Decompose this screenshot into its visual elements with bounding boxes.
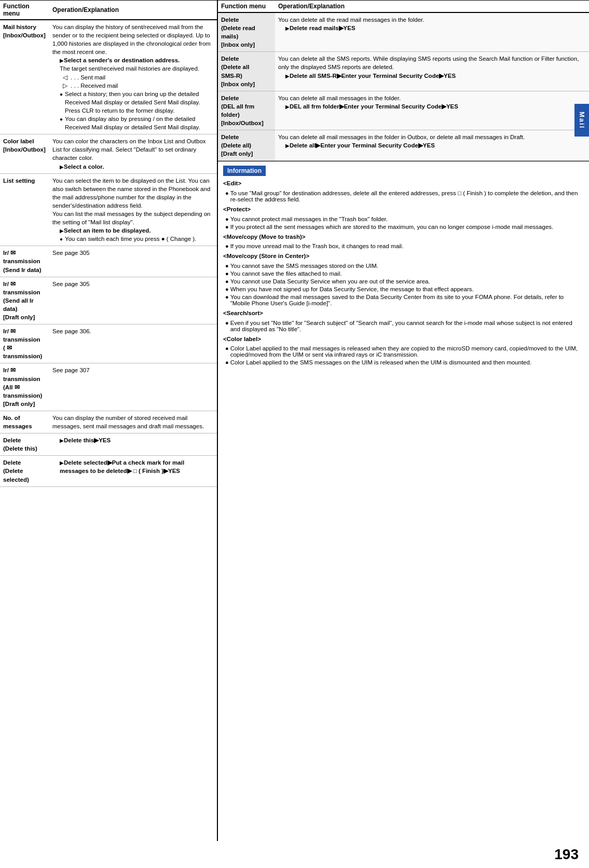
info-bullet-item: ●You cannot save the SMS messages stored… bbox=[223, 263, 584, 269]
step-arrow: Delete this▶YES bbox=[52, 436, 214, 444]
info-group-label: <Search/sort> bbox=[223, 309, 584, 318]
arrow-icon bbox=[285, 25, 290, 31]
info-bullet-item: ●You can download the mail messages save… bbox=[223, 294, 584, 306]
right-col1-header: Function menu bbox=[218, 1, 275, 12]
func-cell: Color label[Inbox/Outbox] bbox=[0, 134, 49, 173]
op-text: See page 305 bbox=[52, 281, 90, 287]
func-cell: Delete(Delete all)[Draft only] bbox=[218, 130, 275, 161]
bullet-icon: ● bbox=[225, 320, 229, 326]
bullet-icon: ● bbox=[225, 286, 229, 292]
op-text: You can select the item to be displayed … bbox=[52, 178, 211, 225]
bullet-text: You can switch each time you press ● ( C… bbox=[65, 235, 196, 243]
arrow-icon bbox=[60, 459, 64, 466]
info-group-label: <Edit> bbox=[223, 179, 584, 188]
left-col1-header: Function menu bbox=[0, 1, 49, 20]
step-bullet: Select a history; then you can bring up … bbox=[52, 90, 214, 115]
op-text: You can display the history of sent/rece… bbox=[52, 24, 211, 55]
op-cell: You can select the item to be displayed … bbox=[49, 173, 217, 246]
op-cell: See page 305 bbox=[49, 277, 217, 324]
info-bullet-item: ●Even if you set "No title" for "Search … bbox=[223, 320, 584, 332]
op-cell: You can display the number of stored rec… bbox=[49, 411, 217, 433]
left-column: Function menu Operation/Explanation Mail… bbox=[0, 1, 218, 841]
table-row: Delete(Delete readmails)[Inbox only]You … bbox=[218, 12, 589, 52]
step-arrow: Select a sender's or destination address… bbox=[52, 56, 214, 64]
info-section: Information <Edit>●To use "Mail group" f… bbox=[218, 161, 589, 372]
bullet-icon: ● bbox=[225, 278, 229, 284]
op-cell: See page 305 bbox=[49, 246, 217, 277]
op-text: You can delete all the SMS reports. Whil… bbox=[278, 56, 579, 70]
info-bullet-item: ●You cannot protect mail messages in the… bbox=[223, 216, 584, 222]
op-cell: See page 306. bbox=[49, 324, 217, 363]
info-group-label: <Move/copy (Move to trash)> bbox=[223, 233, 584, 241]
op-cell: See page 307 bbox=[49, 363, 217, 411]
table-row: Ir/ ✉transmission( ✉transmission)See pag… bbox=[0, 324, 217, 363]
info-bullet-item: ●To use "Mail group" for destination add… bbox=[223, 190, 584, 202]
func-cell: Ir/ ✉transmission( ✉transmission) bbox=[0, 324, 49, 363]
left-col2-header: Operation/Explanation bbox=[49, 1, 217, 20]
step-arrow: Delete selected▶Put a check mark for mai… bbox=[52, 458, 214, 475]
step-recv: ▷. . . Received mail bbox=[52, 82, 214, 90]
func-cell: Delete(DEL all frmfolder)[Inbox/Outbox] bbox=[218, 91, 275, 130]
info-bullet-item: ●You cannot save the files attached to m… bbox=[223, 270, 584, 277]
bullet-icon: ● bbox=[225, 190, 229, 196]
bullet-icon: ● bbox=[225, 216, 229, 222]
right-table: Function menu Operation/Explanation Dele… bbox=[218, 1, 589, 161]
op-cell: You can delete all the SMS reports. Whil… bbox=[275, 52, 589, 91]
bullet-icon: ● bbox=[225, 270, 229, 277]
bullet-text: Color Label applied to the mail messages… bbox=[230, 345, 584, 358]
info-bullet-item: ●If you protect all the sent messages wh… bbox=[223, 224, 584, 230]
table-row: Delete(Deleteselected)Delete selected▶Pu… bbox=[0, 456, 217, 486]
step-arrow: DEL all frm folder▶Enter your Terminal S… bbox=[278, 102, 586, 111]
op-cell: Delete this▶YES bbox=[49, 433, 217, 456]
op-text: You can delete all mail messages in the … bbox=[278, 134, 525, 140]
func-cell: Delete(Deleteselected) bbox=[0, 456, 49, 486]
table-row: Ir/ ✉transmission(All ✉transmission)[Dra… bbox=[0, 363, 217, 411]
op-text: You can delete all the read mail message… bbox=[278, 17, 424, 23]
bullet-text: Color Label applied to the SMS messages … bbox=[230, 359, 531, 365]
info-group-label: <Protect> bbox=[223, 205, 584, 214]
bullet-icon: ● bbox=[225, 359, 229, 365]
op-cell: You can display the history of sent/rece… bbox=[49, 20, 217, 134]
table-row: No. ofmessagesYou can display the number… bbox=[0, 411, 217, 433]
bullet-icon: ● bbox=[225, 294, 229, 300]
table-row: Delete(Delete this)Delete this▶YES bbox=[0, 433, 217, 456]
step-text: Select an item to be displayed. bbox=[64, 227, 150, 234]
func-cell: Mail history[Inbox/Outbox] bbox=[0, 20, 49, 134]
step-arrow: Delete all SMS-R▶Enter your Terminal Sec… bbox=[278, 72, 586, 80]
step-text: Delete read mails▶YES bbox=[290, 25, 355, 31]
table-row: Delete(Delete all)[Draft only]You can de… bbox=[218, 130, 589, 161]
info-header: Information bbox=[223, 166, 266, 176]
info-bullet-item: ●Color Label applied to the mail message… bbox=[223, 345, 584, 358]
step-text: Delete all SMS-R▶Enter your Terminal Sec… bbox=[290, 73, 456, 79]
info-groups: <Edit>●To use "Mail group" for destinati… bbox=[223, 179, 584, 365]
op-cell: You can delete all mail messages in the … bbox=[275, 130, 589, 161]
page-container: Function menu Operation/Explanation Mail… bbox=[0, 0, 589, 868]
op-cell: Delete selected▶Put a check mark for mai… bbox=[49, 456, 217, 486]
info-group-label: <Color label> bbox=[223, 335, 584, 344]
op-text: See page 305 bbox=[52, 250, 90, 256]
table-row: Ir/ ✉transmission(Send all Ir data)[Draf… bbox=[0, 277, 217, 324]
table-row: Delete(DEL all frmfolder)[Inbox/Outbox]Y… bbox=[218, 91, 589, 130]
op-cell: You can delete all the read mail message… bbox=[275, 12, 589, 52]
info-bullet-item: ●You cannot use Data Security Service wh… bbox=[223, 278, 584, 284]
step-sent: ◁. . . Sent mail bbox=[52, 73, 214, 82]
bullet-text: You cannot save the SMS messages stored … bbox=[230, 263, 378, 269]
step-text: Select a color. bbox=[64, 164, 104, 170]
bullet-text: Even if you set "No title" for "Search s… bbox=[230, 320, 584, 332]
left-table: Function menu Operation/Explanation Mail… bbox=[0, 1, 217, 487]
func-cell: Ir/ ✉transmission(Send all Ir data)[Draf… bbox=[0, 277, 49, 324]
arrow-icon bbox=[285, 73, 290, 79]
func-cell: Delete(Delete readmails)[Inbox only] bbox=[218, 12, 275, 52]
table-row: Color label[Inbox/Outbox]You can color t… bbox=[0, 134, 217, 173]
func-cell: List setting bbox=[0, 173, 49, 246]
right-column: Function menu Operation/Explanation Dele… bbox=[218, 1, 589, 841]
bullet-icon: ● bbox=[225, 243, 229, 249]
op-cell: You can delete all mail messages in the … bbox=[275, 91, 589, 130]
arrow-icon bbox=[60, 227, 64, 234]
step-text: Delete this▶YES bbox=[64, 437, 111, 443]
bullet-icon: ● bbox=[225, 345, 229, 351]
info-bullet-item: ●Color Label applied to the SMS messages… bbox=[223, 359, 584, 365]
arrow-icon bbox=[60, 57, 64, 63]
step-arrow: Select a color. bbox=[52, 162, 214, 171]
step-text: Delete all▶Enter your Terminal Security … bbox=[290, 142, 435, 148]
